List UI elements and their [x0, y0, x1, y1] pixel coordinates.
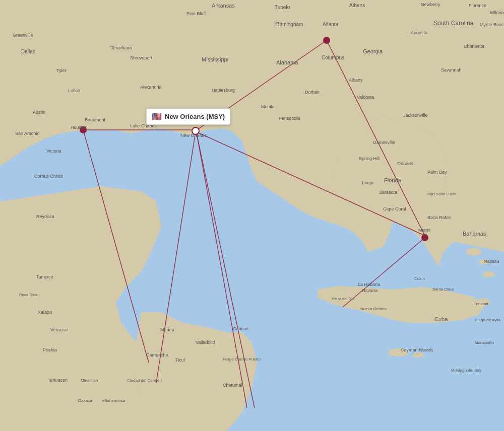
svg-text:Puebla: Puebla: [43, 347, 57, 352]
svg-text:Charleston: Charleston: [464, 44, 486, 49]
svg-text:Albany: Albany: [349, 78, 363, 83]
svg-text:Athens: Athens: [349, 3, 365, 8]
svg-text:Shreveport: Shreveport: [130, 55, 153, 60]
svg-text:Birmingham: Birmingham: [276, 22, 303, 27]
svg-point-5: [412, 352, 424, 357]
svg-text:Palm Bay: Palm Bay: [427, 170, 447, 175]
svg-text:La Habana: La Habana: [358, 282, 380, 287]
svg-text:Oaxaca: Oaxaca: [78, 398, 92, 403]
svg-text:Georgia: Georgia: [363, 48, 383, 54]
svg-point-19: [421, 234, 428, 241]
svg-text:Victoria: Victoria: [46, 149, 61, 154]
svg-text:Newberry: Newberry: [421, 2, 440, 7]
svg-point-17: [323, 37, 330, 44]
svg-text:Wilmington: Wilmington: [490, 10, 504, 15]
svg-text:Tupelo: Tupelo: [275, 5, 290, 10]
svg-text:Mississippi: Mississippi: [202, 56, 228, 62]
map-svg: Arkansas Tupelo Athens South Carolina Fl…: [0, 0, 504, 431]
svg-text:Valdosta: Valdosta: [357, 95, 374, 100]
map-container: Arkansas Tupelo Athens South Carolina Fl…: [0, 0, 504, 431]
svg-text:Montego del Bay: Montego del Bay: [451, 368, 481, 373]
svg-text:Lake Charles: Lake Charles: [130, 123, 157, 128]
svg-text:Cayman Islands: Cayman Islands: [401, 347, 433, 352]
svg-text:Orlando: Orlando: [397, 161, 413, 166]
svg-text:Mérida: Mérida: [160, 327, 174, 332]
svg-text:Santa Clara: Santa Clara: [432, 287, 454, 292]
svg-text:Ciudad del Carmen: Ciudad del Carmen: [127, 378, 162, 383]
svg-text:Havana: Havana: [362, 288, 377, 293]
svg-text:Myrtle Beach: Myrtle Beach: [480, 22, 504, 27]
svg-text:Tehuacan: Tehuacan: [48, 378, 68, 383]
svg-text:Nueva Gerona: Nueva Gerona: [360, 307, 387, 311]
svg-text:Cape Coral: Cape Coral: [383, 206, 406, 211]
svg-text:Gainesville: Gainesville: [373, 140, 395, 145]
svg-text:Sarasota: Sarasota: [379, 190, 397, 195]
svg-text:Florence: Florence: [469, 3, 486, 8]
svg-text:Beaumont: Beaumont: [85, 117, 106, 122]
svg-text:Campeche: Campeche: [146, 352, 168, 357]
svg-text:Miami: Miami: [418, 228, 430, 233]
svg-text:Minatitlan: Minatitlan: [81, 378, 98, 383]
svg-text:Villahermosa: Villahermosa: [102, 398, 125, 403]
svg-text:Trinidad: Trinidad: [474, 302, 488, 306]
svg-text:Pinar del Rio: Pinar del Rio: [332, 297, 355, 301]
svg-text:Greenville: Greenville: [13, 33, 33, 38]
svg-text:Tyler: Tyler: [56, 68, 67, 73]
svg-text:Ciego de Avila: Ciego de Avila: [475, 318, 501, 322]
svg-text:Arkansas: Arkansas: [212, 3, 235, 9]
svg-text:Largo: Largo: [362, 180, 373, 185]
svg-text:Columbus: Columbus: [322, 55, 344, 60]
svg-text:Lufkin: Lufkin: [68, 88, 80, 93]
svg-text:Reynosa: Reynosa: [36, 214, 54, 219]
svg-text:Dothan: Dothan: [305, 90, 320, 95]
svg-text:Mobile: Mobile: [261, 104, 275, 109]
svg-text:Valladolid: Valladolid: [196, 340, 215, 345]
svg-text:Hattiesburg: Hattiesburg: [212, 88, 235, 93]
svg-text:Houston: Houston: [71, 125, 88, 130]
svg-text:Florida: Florida: [384, 177, 402, 183]
svg-text:Spring Hill: Spring Hill: [359, 156, 380, 161]
svg-text:Texarkana: Texarkana: [111, 45, 132, 50]
svg-point-1: [466, 248, 481, 256]
svg-text:Savannah: Savannah: [441, 67, 462, 73]
svg-text:Cancún: Cancún: [233, 326, 248, 331]
svg-text:Ticul: Ticul: [175, 357, 185, 363]
svg-point-3: [483, 271, 495, 277]
svg-text:San Antonio: San Antonio: [15, 131, 40, 136]
svg-text:Pensacola: Pensacola: [279, 116, 300, 121]
svg-text:Xalapa: Xalapa: [38, 310, 52, 315]
svg-text:Manzanillo: Manzanillo: [475, 340, 494, 345]
svg-text:Austin: Austin: [33, 110, 45, 115]
svg-text:Atlanta: Atlanta: [323, 22, 339, 27]
svg-text:Colon: Colon: [414, 276, 425, 281]
svg-text:New Orleans: New Orleans: [180, 133, 207, 138]
svg-text:Boca Raton: Boca Raton: [427, 215, 451, 220]
svg-text:Port Saint Lucie: Port Saint Lucie: [427, 192, 456, 196]
svg-text:Felipe Carrillo Puerto: Felipe Carrillo Puerto: [223, 357, 261, 362]
svg-text:Corpus Christi: Corpus Christi: [34, 174, 63, 179]
svg-text:Alexandria: Alexandria: [140, 85, 162, 90]
svg-text:Nassau: Nassau: [484, 259, 499, 264]
svg-text:Bahamas: Bahamas: [463, 231, 486, 237]
svg-text:Tampico: Tampico: [36, 274, 53, 279]
svg-text:Dallas: Dallas: [21, 49, 35, 54]
svg-text:Pine Bluff: Pine Bluff: [186, 11, 206, 16]
svg-text:South Carolina: South Carolina: [433, 20, 474, 27]
svg-text:Augusta: Augusta: [411, 30, 427, 35]
svg-text:Alabama: Alabama: [276, 59, 298, 65]
svg-text:Chetumal: Chetumal: [223, 383, 242, 388]
svg-text:Veracruz: Veracruz: [50, 327, 69, 332]
svg-text:Poza Rica: Poza Rica: [19, 293, 38, 297]
svg-text:Cuba: Cuba: [434, 316, 448, 322]
svg-text:Jacksonville: Jacksonville: [403, 113, 428, 118]
